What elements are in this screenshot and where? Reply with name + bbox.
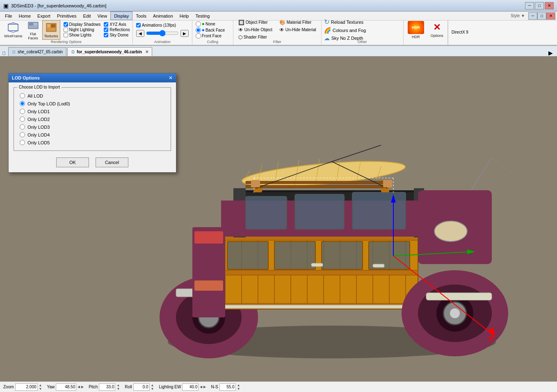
lod-dialog-title: LOD Options	[12, 75, 40, 80]
zoom-label: Zoom	[3, 385, 14, 389]
svg-rect-74	[311, 263, 323, 267]
menu-animation[interactable]: Animation	[150, 11, 176, 20]
lod-radio-3[interactable]	[20, 116, 25, 122]
xyz-axis-checkbox[interactable]	[104, 22, 108, 27]
menu-file[interactable]: File	[2, 11, 16, 20]
toolbar-close[interactable]: ✕	[546, 12, 555, 20]
filter-section: 🔲 Object Filter 🎨 Material Filter 👁 Un-H…	[233, 21, 322, 45]
lod-label-4: Only LOD3	[27, 125, 50, 130]
menu-home[interactable]: Home	[16, 11, 34, 20]
toolbar-maximize[interactable]: □	[537, 12, 546, 20]
yaw-input[interactable]	[56, 383, 76, 391]
textures-icon	[46, 22, 57, 33]
display-shadows-row: Display Shadows	[64, 22, 101, 27]
display-shadows-label: Display Shadows	[69, 22, 101, 27]
anim-next-button[interactable]: ▶	[180, 30, 189, 37]
display-shadows-checkbox[interactable]	[64, 22, 68, 27]
flat-faces-button[interactable]: FlatFaces	[26, 20, 41, 40]
lod-radio-6[interactable]	[20, 140, 25, 145]
culling-radio-group: ● None ● Back Face Front Face	[196, 21, 230, 39]
menu-help[interactable]: Help	[176, 11, 192, 20]
un-hide-object-button[interactable]: 👁 Un-Hide Object	[237, 27, 277, 33]
roll-up[interactable]: ▲	[151, 383, 154, 387]
menu-view[interactable]: View	[94, 11, 111, 20]
lighting-ew-next[interactable]: ▶	[203, 385, 206, 389]
options-button[interactable]: ✕ Options	[429, 20, 445, 40]
roll-down[interactable]: ▼	[151, 387, 154, 391]
close-window-button[interactable]: ✕	[545, 2, 554, 9]
menu-export[interactable]: Export	[34, 11, 54, 20]
roll-input[interactable]	[133, 383, 150, 391]
object-filter-button[interactable]: 🔲 Object Filter	[237, 19, 277, 26]
anim-prev-button[interactable]: ◀	[136, 30, 144, 37]
hdr-button[interactable]: HDR HDR	[406, 20, 426, 40]
show-lights-row: Show Lights	[64, 33, 101, 37]
backface-radio[interactable]	[196, 27, 201, 33]
lod-radio-0[interactable]	[20, 93, 25, 98]
tab-woody-close[interactable]: ✕	[145, 50, 148, 54]
ns-input[interactable]	[219, 383, 236, 391]
toolbar-minimize[interactable]: ─	[528, 12, 537, 20]
lod-dialog-buttons: OK Cancel	[14, 157, 171, 167]
menu-primitives[interactable]: Primitives	[54, 11, 80, 20]
lod-option-1: Only Top LOD (Lod0)	[20, 100, 165, 107]
pitch-input[interactable]	[99, 383, 115, 391]
animation-slider[interactable]	[146, 30, 179, 36]
wireframe-button[interactable]: WireFrame	[2, 20, 24, 40]
svg-rect-72	[426, 293, 492, 300]
lod-cancel-button[interactable]: Cancel	[96, 157, 128, 167]
textures-label: Textures	[44, 34, 58, 38]
material-filter-button[interactable]: 🎨 Material Filter	[278, 19, 318, 26]
textures-button[interactable]: Textures	[42, 20, 60, 40]
sky-dome-checkbox[interactable]	[104, 33, 108, 37]
un-hide-material-icon: 👁	[279, 27, 284, 33]
lod-close-button[interactable]: ✕	[169, 75, 173, 81]
none-dot: ●	[202, 21, 205, 27]
lod-radio-4[interactable]	[20, 124, 25, 130]
none-radio[interactable]	[196, 21, 201, 27]
style-label: Style ▼	[507, 14, 528, 18]
night-lighting-row: Night Lighting	[64, 27, 101, 32]
night-lighting-checkbox[interactable]	[64, 27, 68, 32]
reflections-checkbox[interactable]	[104, 27, 108, 32]
lighting-ew-prev[interactable]: ◀	[200, 385, 202, 389]
zoom-input[interactable]	[15, 383, 38, 391]
yaw-prev[interactable]: ◀	[78, 385, 80, 389]
lighting-ew-input[interactable]	[182, 383, 199, 391]
lod-radio-5[interactable]	[20, 132, 25, 137]
zoom-up[interactable]: ▲	[39, 383, 42, 387]
colours-fog-label[interactable]: Colours and Fog	[333, 28, 366, 33]
menu-display[interactable]: Display	[110, 11, 132, 20]
lod-radio-1[interactable]	[20, 101, 25, 106]
menu-tools[interactable]: Tools	[132, 11, 150, 20]
ns-down[interactable]: ▼	[237, 387, 240, 391]
tab-scroll-right[interactable]: ▶	[546, 50, 555, 56]
un-hide-material-button[interactable]: 👁 Un-Hide Material	[278, 27, 318, 33]
lod-label-5: Only LOD4	[27, 132, 50, 137]
animations-checkbox[interactable]	[136, 23, 141, 27]
ns-up[interactable]: ▲	[237, 383, 240, 387]
menu-edit[interactable]: Edit	[80, 11, 94, 20]
maximize-button[interactable]: □	[535, 2, 544, 9]
tab-cobra-label: she_cobra427_65.carbin	[18, 50, 63, 54]
zoom-down[interactable]: ▼	[39, 387, 42, 391]
minimize-button[interactable]: ─	[525, 2, 534, 9]
svg-rect-46	[246, 196, 287, 229]
show-lights-checkbox[interactable]	[64, 33, 68, 37]
ns-label: N-S	[211, 385, 218, 389]
reload-textures-label[interactable]: Reload Textures	[331, 20, 363, 25]
tab-woody[interactable]: 🗋 for_superdeluxewoody_46.carbin ✕	[67, 47, 152, 56]
rendering-checkboxes2: XYZ Axis Reflections Sky Dome	[104, 22, 130, 37]
lod-group-legend: Choose LOD to Import	[17, 85, 62, 89]
tab-cobra[interactable]: 🗋 she_cobra427_65.carbin	[8, 47, 66, 56]
svg-rect-37	[322, 242, 363, 269]
pitch-down[interactable]: ▼	[116, 387, 120, 391]
yaw-next[interactable]: ▶	[81, 385, 84, 389]
lod-ok-button[interactable]: OK	[56, 157, 89, 167]
frontface-radio-row: Front Face	[196, 33, 230, 39]
frontface-radio[interactable]	[196, 33, 201, 39]
pitch-up[interactable]: ▲	[116, 383, 120, 387]
lod-label-0: All LOD	[27, 93, 43, 98]
menu-testing[interactable]: Testing	[192, 11, 213, 20]
lod-radio-2[interactable]	[20, 109, 25, 114]
